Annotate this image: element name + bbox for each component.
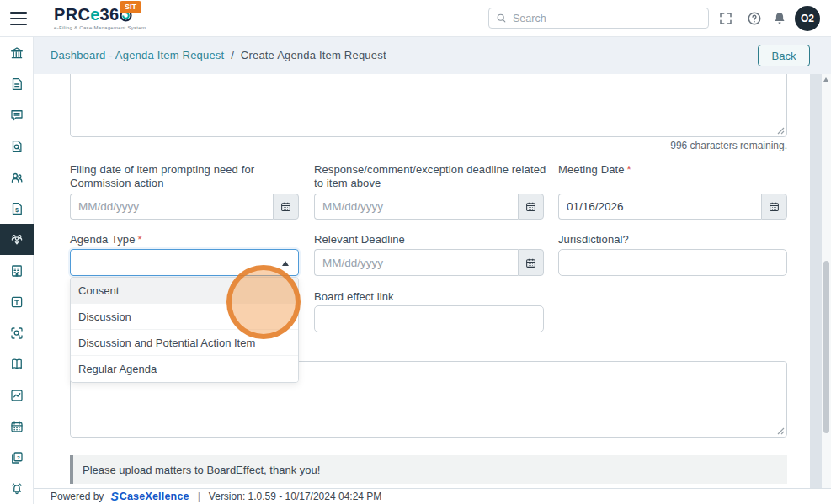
page-toolbar: Dashboard - Agenda Item Request / Create…	[34, 37, 831, 74]
chevron-up-icon	[282, 261, 289, 266]
back-button[interactable]: Back	[758, 45, 810, 66]
dropdown-option-discussion-potential-action[interactable]: Discussion and Potential Action Item	[71, 330, 298, 356]
hamburger-icon	[10, 18, 27, 20]
filing-date-label: Filing date of item prompting need for C…	[70, 163, 307, 190]
sidebar-item-faq[interactable]: ?	[0, 442, 34, 473]
relevant-deadline-input[interactable]	[314, 249, 518, 276]
filing-date-group	[70, 194, 299, 220]
board-effect-link-input[interactable]	[314, 305, 544, 332]
sidebar-item-parties[interactable]	[0, 162, 34, 193]
relevant-deadline-label: Relevant Deadline	[314, 233, 405, 247]
search-icon	[496, 13, 507, 24]
response-deadline-label: Response/comment/exception deadline rela…	[314, 163, 551, 190]
meeting-date-input[interactable]	[558, 194, 761, 220]
calendar-icon	[525, 201, 536, 212]
invoice-icon: $	[9, 201, 24, 216]
sidebar-item-organizations[interactable]	[0, 255, 34, 286]
sidebar-item-billing[interactable]: $	[0, 193, 34, 224]
board-effect-link-label: Board effect link	[314, 290, 394, 304]
logo-e: e	[90, 5, 99, 24]
sidebar-item-alerts[interactable]	[0, 473, 34, 504]
meeting-date-group	[558, 194, 787, 220]
scrollbar-thumb[interactable]	[823, 261, 829, 433]
jurisdictional-input[interactable]	[558, 249, 787, 276]
building-icon	[9, 263, 24, 279]
filing-date-input[interactable]	[70, 194, 273, 220]
breadcrumb: Dashboard - Agenda Item Request / Create…	[51, 49, 386, 61]
sidebar-item-templates[interactable]	[0, 286, 34, 317]
upload-note-text: Please upload matters to BoardEffect, th…	[83, 464, 320, 476]
resize-handle-icon[interactable]	[777, 127, 785, 135]
sidebar-item-calendar[interactable]	[0, 411, 34, 442]
app-window: PRCe36 e-Filing & Case Management System…	[0, 0, 831, 504]
powered-by-text: Powered by	[51, 491, 104, 502]
document-search-icon	[9, 139, 24, 154]
left-sidebar: $ ?	[0, 37, 34, 504]
form-panel: 996 characters remaining. Filing date of…	[34, 74, 810, 488]
sidebar-item-agenda-active[interactable]	[0, 224, 34, 255]
sidebar-item-reports[interactable]	[0, 379, 34, 411]
breadcrumb-link[interactable]: Dashboard - Agenda Item Request	[51, 49, 224, 61]
filing-date-calendar-button[interactable]	[273, 194, 299, 220]
meeting-date-calendar-button[interactable]	[761, 194, 787, 220]
dropdown-option-consent[interactable]: Consent	[71, 278, 298, 304]
upload-note: Please upload matters to BoardEffect, th…	[70, 455, 787, 484]
sidebar-item-messages[interactable]	[0, 99, 34, 130]
top-header: PRCe36 e-Filing & Case Management System…	[0, 0, 831, 37]
jurisdictional-group	[558, 249, 787, 276]
agenda-type-select[interactable]	[70, 249, 299, 276]
vertical-scrollbar[interactable]	[822, 74, 831, 504]
chat-icon	[9, 108, 24, 123]
board-effect-link-group	[314, 305, 544, 332]
calendar-icon	[9, 419, 24, 434]
dropdown-option-regular-agenda[interactable]: Regular Agenda	[71, 356, 298, 382]
chart-icon	[9, 388, 24, 403]
meeting-date-label-text: Meeting Date	[558, 163, 625, 176]
version-text: Version: 1.0.59 - 10/17/2024 04:24 PM	[209, 491, 381, 502]
sidebar-item-filings[interactable]	[0, 68, 34, 99]
jurisdictional-label-text: Jurisdictional?	[558, 233, 629, 246]
response-deadline-input[interactable]	[314, 194, 518, 220]
logo-tagline: e-Filing & Case Management System	[54, 25, 146, 30]
hamburger-icon	[10, 24, 27, 26]
footer-brand[interactable]: S CaseXellence	[110, 490, 189, 503]
logo-prc: PRC	[54, 5, 90, 24]
description-textarea-wrap	[70, 74, 787, 137]
characters-remaining: 996 characters remaining.	[670, 140, 787, 151]
breadcrumb-separator: /	[231, 49, 234, 61]
ledger-icon	[9, 357, 24, 372]
user-avatar[interactable]: O2	[795, 6, 820, 31]
resize-handle-icon[interactable]	[777, 427, 785, 435]
scroll-up-arrow-icon[interactable]	[823, 77, 828, 82]
response-deadline-calendar-button[interactable]	[518, 194, 544, 220]
relevant-deadline-calendar-button[interactable]	[518, 249, 544, 276]
logo-num: 36	[100, 5, 120, 24]
sidebar-item-commission[interactable]	[0, 37, 34, 68]
scan-search-icon	[9, 326, 24, 341]
breadcrumb-current: Create Agenda Item Request	[241, 49, 386, 61]
filing-date-label-text: Filing date of item prompting need for C…	[70, 163, 254, 189]
bank-icon	[9, 45, 24, 61]
relevant-deadline-label-text: Relevant Deadline	[314, 233, 405, 246]
response-deadline-group	[314, 194, 544, 220]
menu-toggle-button[interactable]	[10, 12, 27, 25]
sidebar-item-record-search[interactable]	[0, 317, 34, 348]
help-icon[interactable]	[747, 11, 762, 26]
jurisdictional-label: Jurisdictional?	[558, 233, 629, 247]
fullscreen-icon[interactable]	[718, 11, 733, 26]
sidebar-item-case-search[interactable]	[0, 130, 34, 162]
calendar-icon	[280, 201, 291, 212]
svg-text:$: $	[15, 206, 19, 213]
brand-name: CaseXellence	[120, 491, 189, 502]
notifications-icon[interactable]	[772, 11, 787, 26]
agenda-type-label: Agenda Type*	[70, 233, 142, 247]
brand-logo-icon: S	[110, 490, 118, 503]
global-search	[488, 8, 709, 29]
dropdown-option-discussion[interactable]: Discussion	[71, 304, 298, 330]
footer: Powered by S CaseXellence | Version: 1.0…	[34, 488, 831, 504]
description-textarea[interactable]	[71, 74, 786, 136]
sidebar-item-ledger[interactable]	[0, 348, 34, 379]
search-input[interactable]	[513, 13, 701, 24]
required-asterisk: *	[137, 233, 141, 246]
calendar-icon	[525, 257, 536, 268]
